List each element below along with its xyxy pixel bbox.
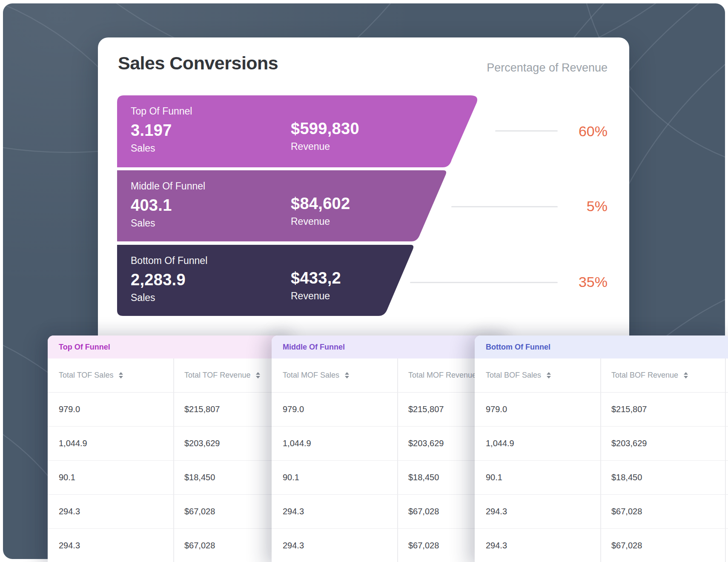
table-row: 979.0 $215,807: [272, 393, 510, 427]
funnel-stage-top-sales: Top Of Funnel 3.197 Sales: [131, 106, 192, 154]
table-header-row: Total TOF Sales Total TOF Revenue: [48, 358, 295, 393]
column-divider: [397, 358, 398, 562]
table-row: 294.3 $67,028: [272, 495, 510, 529]
funnel-stage-bottom-revenue: $433,2 Revenue: [291, 270, 341, 302]
table-row: 979.0 $215,807: [48, 393, 295, 427]
table-row: 90.1 $18,450: [475, 461, 728, 495]
panel-title: Top Of Funnel: [59, 343, 110, 352]
funnel-stage-bottom-sales: Bottom Of Funnel 2,283.9 Sales: [131, 255, 207, 304]
panel-title-band: Bottom Of Funnel: [475, 335, 728, 358]
funnel-stage-top-revenue: $599,830 Revenue: [291, 120, 359, 152]
sort-icon[interactable]: [345, 372, 349, 378]
table-row: 294.3 $67,028: [272, 529, 510, 562]
page-title: Sales Conversions: [118, 53, 278, 74]
dashboard-root: Sales Conversions Percentage of Revenue …: [0, 0, 728, 562]
table-row: 294.3 $67,028: [48, 495, 295, 529]
revenue-caption: Revenue: [291, 216, 350, 227]
panel-title-band: Top Of Funnel: [48, 335, 295, 358]
sales-value: 3.197: [131, 122, 192, 139]
stage-label: Top Of Funnel: [131, 106, 192, 117]
revenue-value: $433,2: [291, 270, 341, 287]
table-panel-middle-of-funnel: Middle Of Funnel Total MOF Sales Total M…: [272, 335, 510, 562]
sales-caption: Sales: [131, 218, 205, 229]
revenue-value: $84,602: [291, 195, 350, 212]
funnel-stage-middle-sales: Middle Of Funnel 403.1 Sales: [131, 181, 205, 229]
right-axis-label: Percentage of Revenue: [487, 61, 608, 75]
column-divider: [173, 358, 174, 562]
panel-title-band: Middle Of Funnel: [272, 335, 510, 358]
table-panel-top-of-funnel: Top Of Funnel Total TOF Sales Total TOF …: [48, 335, 295, 562]
column-header-total-bof-sales[interactable]: Total BOF Sales: [475, 371, 600, 380]
sort-icon[interactable]: [684, 372, 688, 378]
table-row: 294.3 $67,028: [475, 529, 728, 562]
connector-line-bottom: [410, 282, 558, 283]
sort-icon[interactable]: [119, 372, 123, 378]
panel-title: Middle Of Funnel: [283, 343, 345, 352]
column-header-total-tof-sales[interactable]: Total TOF Sales: [48, 371, 173, 380]
table-row: 90.1 $18,450: [272, 461, 510, 495]
stage-label: Bottom Of Funnel: [131, 255, 207, 267]
column-divider-right: [725, 358, 726, 562]
column-header-total-bof-revenue[interactable]: Total BOF Revenue: [600, 371, 728, 380]
table-header-row: Total MOF Sales Total MOF Revenue: [272, 358, 510, 393]
table-row: 90.1 $18,450: [48, 461, 295, 495]
column-divider: [600, 358, 601, 562]
revenue-caption: Revenue: [291, 290, 341, 302]
connector-line-top: [495, 130, 558, 132]
connector-line-middle: [451, 206, 558, 207]
revenue-value: $599,830: [291, 120, 359, 137]
sales-value: 403.1: [131, 197, 205, 214]
sales-caption: Sales: [131, 143, 192, 154]
table-row: 294.3 $67,028: [475, 495, 728, 529]
percent-top: 60%: [579, 123, 608, 140]
revenue-caption: Revenue: [291, 141, 359, 152]
table-header-row: Total BOF Sales Total BOF Revenue: [475, 358, 728, 393]
sort-icon[interactable]: [256, 372, 260, 378]
stage-label: Middle Of Funnel: [131, 181, 205, 192]
percent-middle: 5%: [587, 198, 608, 215]
funnel-stage-middle-revenue: $84,602 Revenue: [291, 195, 350, 227]
table-row: 1,044.9 $203,629: [48, 427, 295, 461]
table-panel-bottom-of-funnel: Bottom Of Funnel Total BOF Sales Total B…: [475, 335, 728, 562]
sales-value: 2,283.9: [131, 271, 207, 288]
sort-icon[interactable]: [547, 372, 551, 378]
table-row: 1,044.9 $203,629: [475, 427, 728, 461]
column-header-total-mof-sales[interactable]: Total MOF Sales: [272, 371, 397, 380]
panel-title: Bottom Of Funnel: [486, 343, 550, 352]
table-row: 1,044.9 $203,629: [272, 427, 510, 461]
percent-bottom: 35%: [579, 274, 608, 290]
sales-caption: Sales: [131, 292, 207, 304]
table-row: 294.3 $67,028: [48, 529, 295, 562]
table-row: 979.0 $215,807: [475, 393, 728, 427]
